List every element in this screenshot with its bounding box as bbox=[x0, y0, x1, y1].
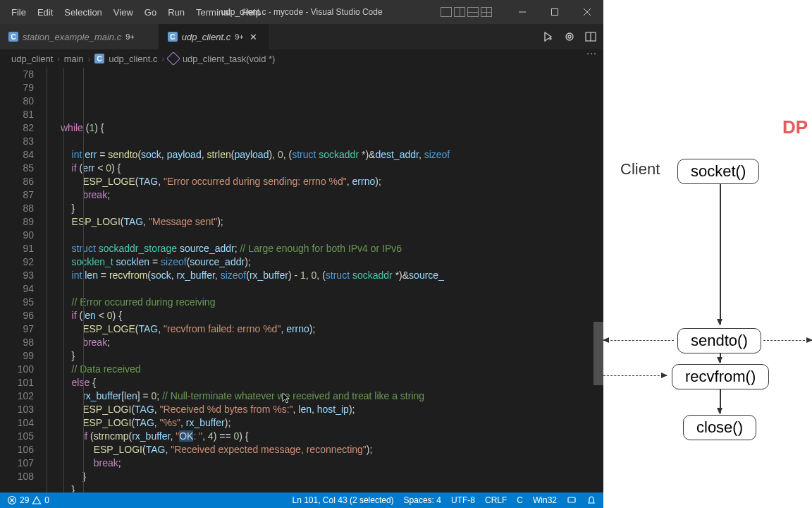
line-number: 107 bbox=[0, 456, 34, 470]
line-number: 108 bbox=[0, 470, 34, 483]
menu-view[interactable]: View bbox=[108, 7, 139, 18]
line-number: 85 bbox=[0, 162, 34, 175]
code-line[interactable]: break; bbox=[61, 336, 603, 349]
line-number: 90 bbox=[0, 229, 34, 242]
svg-point-5 bbox=[568, 35, 571, 38]
arrow-down-icon bbox=[720, 353, 721, 363]
menu-edit[interactable]: Edit bbox=[32, 7, 59, 18]
menu-file[interactable]: File bbox=[6, 7, 32, 18]
code-line[interactable]: ESP_LOGI(TAG, "Message sent"); bbox=[61, 215, 603, 229]
scrollbar-thumb[interactable] bbox=[593, 322, 603, 385]
code-line[interactable]: ESP_LOGI(TAG, "%s", rx_buffer); bbox=[61, 416, 603, 430]
line-number: 84 bbox=[0, 148, 34, 162]
split-editor-icon[interactable] bbox=[585, 31, 596, 42]
vscode-window: FileEditSelectionViewGoRunTerminalHelp u… bbox=[0, 0, 603, 508]
eol[interactable]: CRLF bbox=[485, 495, 507, 505]
line-number: 103 bbox=[0, 403, 34, 416]
breadcrumb-symbol[interactable]: udp_client_task(void *) bbox=[183, 54, 276, 64]
layout-split-icon[interactable] bbox=[454, 7, 465, 17]
breadcrumb-file[interactable]: udp_client.c bbox=[109, 54, 157, 64]
encoding[interactable]: UTF-8 bbox=[451, 495, 475, 505]
code-area[interactable]: while (1) { int err = sendto(sock, paylo… bbox=[47, 68, 603, 492]
menu-go[interactable]: Go bbox=[139, 7, 162, 18]
tab-label: station_example_main.c bbox=[23, 32, 121, 42]
arrow-right-icon bbox=[603, 375, 667, 376]
code-line[interactable]: } bbox=[61, 202, 603, 215]
layout-grid-icon[interactable] bbox=[481, 7, 492, 17]
layout-vsplit-icon[interactable] bbox=[467, 7, 479, 17]
line-number: 83 bbox=[0, 135, 34, 148]
more-actions-icon[interactable]: ··· bbox=[586, 47, 597, 59]
code-line[interactable]: else { bbox=[61, 376, 603, 389]
close-button[interactable] bbox=[571, 0, 603, 24]
code-line[interactable]: rx_buffer[len] = 0; // Null-terminate wh… bbox=[61, 389, 603, 403]
code-line[interactable]: } bbox=[61, 470, 603, 483]
line-number: 100 bbox=[0, 363, 34, 376]
code-line[interactable]: while (1) { bbox=[61, 121, 603, 135]
udp-diagram: DP Client socket() sendto() recvfrom() c… bbox=[603, 0, 812, 508]
indent-info[interactable]: Spaces: 4 bbox=[404, 495, 441, 505]
code-line[interactable]: } bbox=[61, 349, 603, 363]
layout-single-icon[interactable] bbox=[441, 7, 452, 17]
editor-actions bbox=[543, 31, 596, 42]
svg-rect-1 bbox=[552, 9, 558, 16]
code-line[interactable]: break; bbox=[61, 456, 603, 470]
line-number: 78 bbox=[0, 68, 34, 81]
diagram-title: DP bbox=[782, 116, 808, 138]
code-line[interactable]: struct sockaddr_storage source_addr; // … bbox=[61, 242, 603, 255]
window-title: udp_client.c - mycode - Visual Studio Co… bbox=[221, 7, 382, 17]
build-target[interactable]: Win32 bbox=[533, 495, 557, 505]
code-line[interactable]: // Error occurred during receiving bbox=[61, 296, 603, 309]
code-line[interactable]: ESP_LOGI(TAG, "Received %d bytes from %s… bbox=[61, 403, 603, 416]
line-number: 99 bbox=[0, 349, 34, 363]
recvfrom-box: recvfrom() bbox=[672, 364, 769, 389]
code-line[interactable] bbox=[61, 282, 603, 296]
status-problems[interactable]: 29 0 bbox=[7, 495, 49, 505]
breadcrumb-folder[interactable]: udp_client bbox=[11, 54, 53, 64]
minimize-button[interactable] bbox=[506, 0, 539, 24]
arrow-left-icon bbox=[603, 340, 674, 341]
menu-selection[interactable]: Selection bbox=[59, 7, 107, 18]
client-label: Client bbox=[620, 160, 660, 179]
function-icon bbox=[166, 52, 180, 66]
code-line[interactable]: if (strncmp(rx_buffer, "OK: ", 4) == 0) … bbox=[61, 430, 603, 443]
code-line[interactable]: int len = recvfrom(sock, rx_buffer, size… bbox=[61, 269, 603, 282]
line-number: 94 bbox=[0, 282, 34, 296]
code-line[interactable]: ESP_LOGI(TAG, "Received expected message… bbox=[61, 443, 603, 456]
scrollbar[interactable] bbox=[593, 68, 603, 492]
cursor-position[interactable]: Ln 101, Col 43 (2 selected) bbox=[293, 495, 394, 505]
tab-station-example-main-c[interactable]: Cstation_example_main.c9+✕ bbox=[0, 24, 159, 49]
language-mode[interactable]: C bbox=[517, 495, 523, 505]
feedback-icon[interactable] bbox=[567, 495, 577, 505]
maximize-button[interactable] bbox=[539, 0, 571, 24]
run-icon[interactable] bbox=[543, 31, 554, 42]
window-controls bbox=[441, 0, 603, 24]
dirty-indicator: 9+ bbox=[235, 32, 244, 41]
warning-count: 0 bbox=[44, 495, 49, 505]
error-icon bbox=[7, 495, 17, 505]
breadcrumb[interactable]: udp_client › main › C udp_client.c › udp… bbox=[0, 49, 603, 68]
code-line[interactable]: socklen_t socklen = sizeof(source_addr); bbox=[61, 255, 603, 269]
arrow-down-icon bbox=[720, 389, 721, 413]
settings-gear-icon[interactable] bbox=[564, 31, 575, 42]
code-line[interactable]: // Data received bbox=[61, 363, 603, 376]
code-line[interactable]: int err = sendto(sock, payload, strlen(p… bbox=[61, 148, 603, 162]
code-line[interactable]: if (len < 0) { bbox=[61, 309, 603, 322]
code-line[interactable] bbox=[61, 229, 603, 242]
breadcrumb-folder[interactable]: main bbox=[64, 54, 84, 64]
code-line[interactable] bbox=[61, 135, 603, 148]
line-number: 102 bbox=[0, 389, 34, 403]
code-line[interactable]: ESP_LOGE(TAG, "recvfrom failed: errno %d… bbox=[61, 322, 603, 336]
line-number: 79 bbox=[0, 81, 34, 95]
line-number: 86 bbox=[0, 175, 34, 188]
code-editor[interactable]: 7879808182838485868788899091929394959697… bbox=[0, 68, 603, 492]
tab-udp-client-c[interactable]: Cudp_client.c9+✕ bbox=[159, 24, 269, 49]
socket-box: socket() bbox=[677, 159, 759, 184]
bell-icon[interactable] bbox=[586, 495, 596, 505]
menu-run[interactable]: Run bbox=[162, 7, 190, 18]
close-icon[interactable]: ✕ bbox=[248, 31, 259, 42]
code-line[interactable]: ESP_LOGE(TAG, "Error occurred during sen… bbox=[61, 175, 603, 188]
code-line[interactable]: break; bbox=[61, 188, 603, 202]
code-line[interactable]: } bbox=[61, 483, 603, 492]
code-line[interactable]: if (err < 0) { bbox=[61, 162, 603, 175]
